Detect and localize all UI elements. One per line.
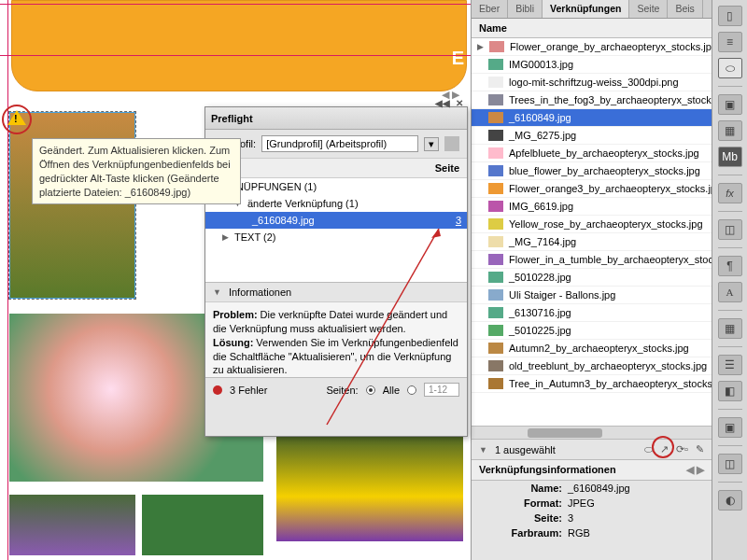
link-name: Apfelbluete_by_archaeopteryx_stocks.jpg bbox=[509, 147, 699, 159]
warning-icon[interactable] bbox=[7, 110, 26, 125]
link-item[interactable]: IMG_6619.jpg bbox=[472, 198, 712, 216]
horizontal-scrollbar[interactable] bbox=[472, 426, 712, 439]
guide-horizontal[interactable] bbox=[0, 4, 471, 5]
tree-group-links[interactable]: ▼ NÜPFUNGEN (1) bbox=[205, 178, 467, 195]
collapse-arrow-icon[interactable]: ▼ bbox=[213, 287, 221, 297]
paragraph-panel-icon[interactable]: ¶ bbox=[718, 256, 742, 276]
tree-group-text[interactable]: ▶ TEXT (2) bbox=[205, 229, 467, 245]
links-panel-icon[interactable]: ⬭ bbox=[718, 58, 742, 78]
layers-panel-icon[interactable]: ≡ bbox=[718, 32, 742, 52]
link-item[interactable]: _6130716.jpg bbox=[472, 304, 712, 322]
panel-tab[interactable]: Verknüpfungen bbox=[543, 0, 629, 18]
table-panel-icon[interactable]: ▦ bbox=[718, 318, 742, 339]
column-header-name[interactable]: Name bbox=[472, 19, 712, 38]
link-name: IMG00013.jpg bbox=[509, 59, 573, 70]
link-item[interactable]: Apfelbluete_by_archaeopteryx_stocks.jpg bbox=[472, 145, 712, 162]
expand-arrow-icon[interactable]: ▼ bbox=[479, 445, 487, 455]
link-item[interactable]: blue_flower_by_archaeopteryx_stocks.jpg bbox=[472, 162, 712, 180]
info-nav-arrows[interactable]: ◀ ▶ bbox=[686, 464, 704, 476]
scrollbar-thumb[interactable] bbox=[528, 428, 602, 438]
link-thumbnail bbox=[488, 325, 503, 336]
panel-tab[interactable]: Beis bbox=[668, 0, 702, 18]
link-item[interactable]: _MG_7164.jpg bbox=[472, 233, 712, 251]
separator bbox=[718, 445, 742, 446]
link-name: blue_flower_by_archaeopteryx_stocks.jpg bbox=[509, 165, 700, 176]
link-thumbnail bbox=[488, 165, 503, 176]
link-item[interactable]: ▶Flower_orange_by_archaeopteryx_stocks.j… bbox=[472, 38, 712, 56]
effects-panel-icon[interactable]: fx bbox=[718, 183, 742, 203]
links-list[interactable]: ▶Flower_orange_by_archaeopteryx_stocks.j… bbox=[472, 38, 712, 426]
link-item[interactable]: Trees_in_the_fog3_by_archaeopteryx_stock… bbox=[472, 91, 712, 109]
separator bbox=[718, 175, 742, 175]
link-item[interactable]: logo-mit-schriftzug-weiss_300dpi.png bbox=[472, 74, 712, 91]
yellow-banner[interactable]: E bbox=[11, 0, 467, 91]
link-item[interactable]: Autumn2_by_archaeopteryx_stocks.jpg bbox=[472, 340, 712, 357]
scripts-panel-icon[interactable]: ◐ bbox=[718, 490, 742, 511]
panel-tab[interactable]: Bibli bbox=[508, 0, 543, 18]
placed-image[interactable] bbox=[9, 495, 135, 555]
pathfinder-panel-icon[interactable]: ◧ bbox=[718, 381, 742, 401]
link-thumbnail bbox=[488, 201, 503, 212]
link-item[interactable]: Flower_in_a_tumble_by_archaeopteryx_stoc… bbox=[472, 251, 712, 269]
preflight-error-tree[interactable]: ▼ NÜPFUNGEN (1) ▼ änderte Verknüpfung (1… bbox=[205, 178, 467, 283]
panel-tab[interactable]: Seite bbox=[629, 0, 668, 18]
expand-arrow-icon[interactable]: ▶ bbox=[477, 42, 484, 51]
goto-icon[interactable]: ↗ bbox=[660, 443, 669, 455]
tree-item-page[interactable]: 3 bbox=[456, 215, 461, 226]
info-section-header[interactable]: ▼ Informationen ◀ ▶ bbox=[205, 283, 467, 302]
placed-image[interactable] bbox=[142, 495, 263, 555]
expand-arrow-icon[interactable]: ▶ bbox=[222, 232, 229, 242]
link-item[interactable]: _MG_6275.jpg bbox=[472, 127, 712, 145]
color-panel-icon[interactable]: ▦ bbox=[718, 120, 742, 141]
pages-panel-icon[interactable]: ▯ bbox=[718, 6, 742, 26]
guide-vertical[interactable] bbox=[7, 0, 8, 560]
panel-tab[interactable]: Eber bbox=[472, 0, 508, 18]
embed-icon[interactable] bbox=[444, 136, 459, 151]
link-item[interactable]: Yellow_rose_by_archaeopteryx_stocks.jpg bbox=[472, 216, 712, 233]
dropdown-arrow-icon[interactable]: ▾ bbox=[424, 137, 439, 151]
pages-all-radio[interactable] bbox=[366, 385, 375, 395]
info-row-name: Name: _6160849.jpg bbox=[472, 481, 712, 496]
column-header-page: Seite bbox=[205, 159, 467, 178]
pages-range-radio[interactable] bbox=[407, 385, 416, 395]
link-item[interactable]: _5010225.jpg bbox=[472, 322, 712, 340]
tree-item-file[interactable]: _6160849.jpg 3 bbox=[205, 212, 467, 229]
pages-label: Seiten: bbox=[326, 385, 358, 396]
link-item[interactable]: _5010228.jpg bbox=[472, 269, 712, 287]
swatches-panel-icon[interactable]: Mb bbox=[718, 147, 742, 167]
tree-group-modified[interactable]: ▼ änderte Verknüpfung (1) bbox=[205, 195, 467, 212]
relink-icon[interactable]: ⬭ bbox=[644, 443, 653, 455]
profile-value: [Grundprofil] (Arbeitsprofil) bbox=[266, 138, 387, 149]
text-wrap-panel-icon[interactable]: ▣ bbox=[718, 417, 742, 438]
edit-icon[interactable]: ✎ bbox=[696, 443, 704, 455]
update-icon[interactable]: ⟳▫ bbox=[676, 443, 688, 455]
placed-image[interactable] bbox=[276, 429, 463, 541]
link-item[interactable]: Flower_orange3_by_archaeopteryx_stocks.j… bbox=[472, 180, 712, 198]
library-panel-icon[interactable]: ◫ bbox=[718, 454, 742, 474]
link-item[interactable]: IMG00013.jpg bbox=[472, 56, 712, 74]
selected-count: 1 ausgewählt bbox=[495, 444, 556, 455]
profile-select[interactable]: [Grundprofil] (Arbeitsprofil) bbox=[261, 135, 418, 152]
preflight-panel[interactable]: Preflight ◀◀ ✕ Profil: [Grundprofil] (Ar… bbox=[204, 106, 468, 437]
info-nav-arrows[interactable]: ◀ ▶ bbox=[442, 89, 459, 101]
preflight-titlebar[interactable]: Preflight ◀◀ ✕ bbox=[205, 107, 467, 130]
separator bbox=[718, 482, 742, 483]
link-thumbnail bbox=[488, 77, 503, 88]
link-name: IMG_6619.jpg bbox=[509, 201, 573, 212]
link-info-header[interactable]: Verknüpfungsinformationen ◀ ▶ bbox=[472, 459, 712, 481]
error-dot-icon bbox=[213, 385, 222, 395]
link-name: Trees_in_the_fog3_by_archaeopteryx_stock… bbox=[509, 94, 712, 105]
pages-range-input[interactable] bbox=[424, 383, 459, 397]
guide-horizontal[interactable] bbox=[0, 55, 471, 56]
link-thumbnail bbox=[489, 41, 504, 52]
character-panel-icon[interactable]: A bbox=[718, 282, 742, 302]
object-styles-panel-icon[interactable]: ◫ bbox=[718, 219, 742, 240]
separator bbox=[718, 86, 742, 87]
info-row-colorspace: Farbraum: RGB bbox=[472, 525, 712, 540]
link-item[interactable]: Uli Staiger - Ballons.jpg bbox=[472, 287, 712, 304]
stroke-panel-icon[interactable]: ▣ bbox=[718, 94, 742, 115]
link-item[interactable]: Tree_in_Autumn3_by_archaeopteryx_stocks.… bbox=[472, 375, 712, 393]
link-item[interactable]: _6160849.jpg bbox=[472, 109, 712, 127]
align-panel-icon[interactable]: ☰ bbox=[718, 355, 742, 375]
link-item[interactable]: old_treeblunt_by_archaeopteryx_stocks.jp… bbox=[472, 357, 712, 375]
